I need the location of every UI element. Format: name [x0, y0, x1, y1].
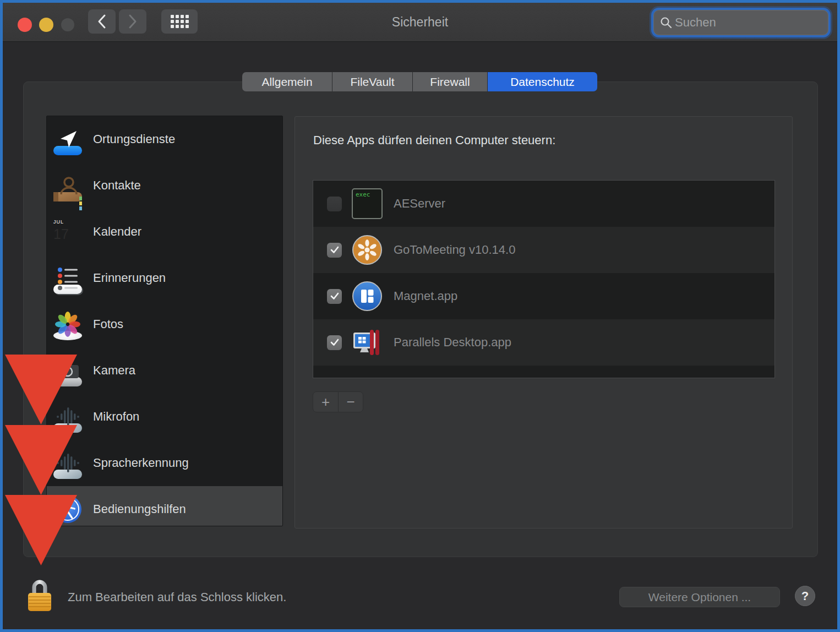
- sidebar-item-erinnerungen[interactable]: Erinnerungen: [47, 255, 282, 301]
- sidebar-item-label: Spracherkennung: [93, 456, 189, 470]
- panel-heading: Diese Apps dürfen deinen Computer steuer…: [313, 133, 555, 148]
- sidebar-item-label: Kalender: [93, 225, 141, 239]
- lock-hint-text: Zum Bearbeiten auf das Schloss klicken.: [68, 590, 286, 604]
- checkbox-parallels[interactable]: [327, 335, 342, 350]
- system-preferences-window: Sicherheit Allgemein FileVault Firewall …: [0, 0, 840, 632]
- reminders-icon: [53, 264, 82, 292]
- window-toolbar: Sicherheit: [3, 3, 837, 42]
- app-name: Magnet.app: [394, 289, 457, 303]
- lock-button[interactable]: [25, 575, 54, 612]
- sidebar-item-kontakte[interactable]: Kontakte: [47, 162, 282, 209]
- sidebar-item-kamera[interactable]: Kamera: [47, 347, 282, 394]
- app-row-magnet[interactable]: Magnet.app: [313, 273, 774, 319]
- magnet-icon: [352, 281, 383, 312]
- tab-firewall[interactable]: Firewall: [413, 72, 488, 91]
- app-row-aeserver[interactable]: exec AEServer: [313, 181, 774, 227]
- tab-datenschutz[interactable]: Datenschutz: [488, 72, 597, 91]
- tab-allgemein[interactable]: Allgemein: [242, 72, 332, 91]
- photos-icon: [53, 310, 82, 339]
- sidebar-item-label: Kamera: [93, 363, 135, 378]
- gotomeeting-icon: [352, 235, 383, 265]
- search-input[interactable]: [675, 15, 833, 30]
- search-field[interactable]: [653, 10, 828, 35]
- allowed-apps-list: exec AEServer: [313, 180, 775, 378]
- app-row-parallels[interactable]: Parallels Desktop.app: [313, 319, 774, 366]
- sidebar-item-label: Erinnerungen: [93, 271, 166, 285]
- check-icon: [330, 245, 340, 255]
- tab-bar: Allgemein FileVault Firewall Datenschutz: [242, 72, 597, 91]
- accessibility-permissions-panel: Diese Apps dürfen deinen Computer steuer…: [294, 116, 793, 529]
- sidebar-item-label: Mikrofon: [93, 410, 139, 424]
- search-icon: [659, 16, 673, 29]
- add-app-button[interactable]: +: [313, 392, 338, 412]
- location-services-icon: [53, 125, 82, 154]
- sidebar-item-label: Fotos: [93, 317, 123, 331]
- sidebar-item-kalender[interactable]: JUL 17 Kalender: [47, 209, 282, 255]
- sidebar-item-label: Ortungsdienste: [93, 132, 175, 146]
- sidebar-item-spracherkennung[interactable]: Spracherkennung: [47, 440, 282, 486]
- sidebar-item-bedienungshilfen[interactable]: Bedienungshilfen: [47, 486, 282, 526]
- app-name: Parallels Desktop.app: [394, 335, 511, 350]
- remove-app-button[interactable]: −: [338, 392, 363, 412]
- more-options-button[interactable]: Weitere Optionen ...: [619, 587, 780, 607]
- app-row-partial[interactable]: [313, 366, 774, 378]
- tab-filevault[interactable]: FileVault: [332, 72, 413, 91]
- checkbox-gotomeeting[interactable]: [327, 243, 342, 258]
- sidebar-item-fotos[interactable]: Fotos: [47, 301, 282, 347]
- app-name: AEServer: [394, 197, 445, 211]
- lock-icon: [25, 575, 54, 612]
- checkbox-magnet[interactable]: [327, 289, 342, 304]
- parallels-icon: [352, 327, 383, 358]
- exec-binary-icon: exec: [352, 188, 383, 219]
- help-button[interactable]: ?: [795, 586, 815, 606]
- app-name: GoToMeeting v10.14.0: [394, 243, 515, 257]
- sidebar-item-label: Kontakte: [93, 178, 141, 193]
- checkbox-aeserver[interactable]: [327, 197, 342, 211]
- check-icon: [330, 337, 340, 347]
- sidebar-item-label: Bedienungshilfen: [93, 502, 186, 516]
- sidebar-item-ortungsdienste[interactable]: Ortungsdienste: [47, 116, 282, 162]
- app-row-gotomeeting[interactable]: GoToMeeting v10.14.0: [313, 227, 774, 273]
- sidebar-item-mikrofon[interactable]: Mikrofon: [47, 394, 282, 440]
- check-icon: [330, 291, 340, 301]
- calendar-icon: JUL 17: [53, 217, 82, 246]
- contacts-icon: [53, 171, 82, 200]
- add-remove-control: + −: [313, 391, 363, 412]
- privacy-category-list: Ortungsdienste Kontakte: [46, 116, 283, 526]
